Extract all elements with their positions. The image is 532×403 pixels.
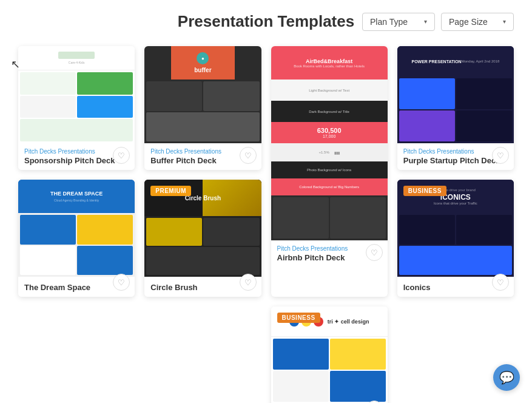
template-preview: AirBed&Breakfast Book Rooms with Locals,… (271, 46, 388, 240)
template-footer: Pitch Decks Presentations Sponsorship Pi… (18, 143, 135, 170)
chevron-down-icon: ▾ (424, 18, 427, 25)
template-preview: Care-4-Kids (18, 46, 135, 143)
template-preview: ● buffer (144, 46, 261, 143)
business-badge: BUSINESS (403, 186, 446, 196)
template-card[interactable]: AirBed&Breakfast Book Rooms with Locals,… (271, 46, 388, 297)
plan-type-dropdown[interactable]: Plan Type ▾ (362, 13, 435, 31)
template-card[interactable]: BUSINESS Icons to drive your brand ICONI… (397, 180, 514, 297)
business-badge: BUSINESS (277, 313, 320, 323)
template-card[interactable]: BUSINESS tri ✦ cell design (271, 306, 388, 403)
template-card[interactable]: Care-4-Kids Pitch Decks Presentations Sp… (18, 46, 135, 170)
page-title: Presentation Templates (178, 12, 354, 31)
favorite-button[interactable]: ♡ (366, 244, 383, 261)
template-preview: BUSINESS tri ✦ cell design (271, 306, 388, 403)
template-preview: PREMIUM Circle Brush (144, 180, 261, 277)
favorite-button[interactable]: ♡ (492, 274, 509, 291)
template-footer: Circle Brush ♡ (144, 277, 261, 297)
template-footer: Pitch Decks Presentations Airbnb Pitch D… (271, 240, 388, 267)
favorite-button[interactable]: ♡ (240, 147, 257, 164)
page-header: Presentation Templates Plan Type ▾ Page … (0, 0, 532, 40)
template-card[interactable]: PREMIUM Circle Brush Circle Brush ♡ (144, 180, 261, 297)
chevron-down-icon: ▾ (503, 18, 506, 25)
template-footer: The Dream Space ♡ (18, 277, 135, 297)
template-footer: Pitch Decks Presentations Buffer Pitch D… (144, 143, 261, 170)
template-card[interactable]: POWER PRESENTATION Monday, April 2nd 201… (397, 46, 514, 170)
favorite-button[interactable]: ♡ (240, 274, 257, 291)
template-footer: Iconics ♡ (397, 277, 514, 297)
template-preview: POWER PRESENTATION Monday, April 2nd 201… (397, 46, 514, 143)
header-filters: Plan Type ▾ Page Size ▾ (362, 13, 514, 31)
plan-type-label: Plan Type (370, 17, 408, 27)
template-card[interactable]: ● buffer Pitch Decks Presentations Buffe… (144, 46, 261, 170)
page-size-label: Page Size (449, 17, 488, 27)
templates-grid: Care-4-Kids Pitch Decks Presentations Sp… (0, 40, 532, 403)
template-preview: THE DREAM SPACE Cloud Agency Branding & … (18, 180, 135, 277)
template-preview: BUSINESS Icons to drive your brand ICONI… (397, 180, 514, 277)
premium-badge: PREMIUM (150, 186, 191, 196)
page-size-dropdown[interactable]: Page Size ▾ (441, 13, 514, 31)
template-footer: Pitch Decks Presentations Purple Startup… (397, 143, 514, 170)
chat-bubble-button[interactable]: 💬 (493, 364, 520, 391)
favorite-button[interactable]: ♡ (492, 147, 509, 164)
chat-icon: 💬 (499, 370, 514, 385)
template-card[interactable]: THE DREAM SPACE Cloud Agency Branding & … (18, 180, 135, 297)
